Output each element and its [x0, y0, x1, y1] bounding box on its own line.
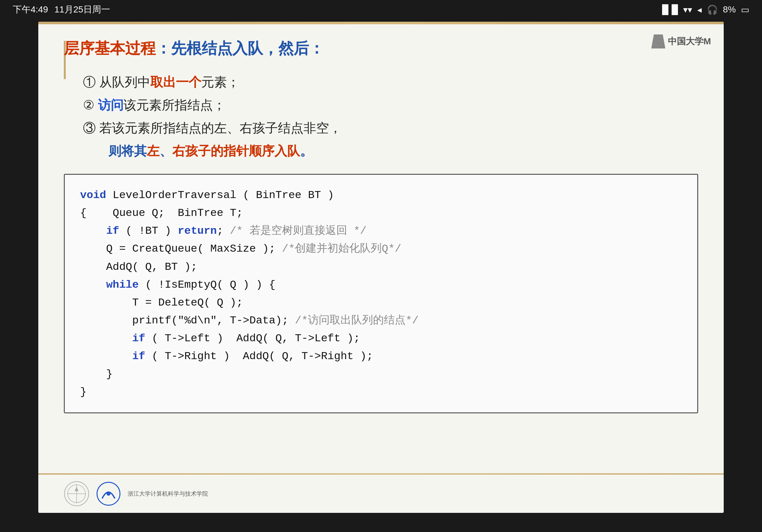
item2-rest: 该元素所指结点； — [123, 98, 226, 112]
indent-highlight-left: 左 — [147, 144, 160, 158]
code-line-11: } — [80, 365, 682, 383]
item1-number: ① 从队列中 — [83, 75, 150, 89]
list-item-3: ③ 若该元素所指结点的左、右孩子结点非空， — [83, 118, 698, 138]
date-display: 11月25日周一 — [54, 4, 110, 16]
location-icon: ◂ — [697, 4, 702, 15]
battery-display: 8% — [723, 4, 736, 15]
bottom-institution-text: 浙江大学计算机科学与技术学院 — [128, 490, 208, 498]
indent-text-mid: 、 — [160, 144, 172, 158]
item2-highlight: 访问 — [98, 98, 123, 112]
indent-text-before: 则将其 — [109, 144, 147, 158]
headphone-icon: 🎧 — [707, 4, 718, 15]
list-item-1: ① 从队列中取出一个元素； — [83, 72, 698, 92]
list-items: ① 从队列中取出一个元素； ② 访问该元素所指结点； ③ 若该元素所指结点的左、… — [83, 72, 698, 161]
slide-content: 层序基本过程：先根结点入队，然后： ① 从队列中取出一个元素； ② 访问该元素所… — [64, 37, 698, 468]
item3-text: ③ 若该元素所指结点的左、右孩子结点非空， — [83, 121, 342, 135]
bottom-logos: 浙江大学计算机科学与技术学院 — [64, 481, 208, 506]
indent-highlight-right: 右孩子的指针顺序入队 — [172, 144, 300, 158]
code-line-8: printf("%d\n", T->Data); /*访问取出队列的结点*/ — [80, 312, 682, 329]
slide-title: 层序基本过程：先根结点入队，然后： — [64, 37, 698, 59]
title-highlight: 层序基本过程 — [64, 40, 156, 57]
mooc-logo-icon — [96, 481, 121, 506]
item1-highlight: 取出一个 — [150, 75, 201, 89]
list-item-3-indent: 则将其左、右孩子的指针顺序入队。 — [109, 141, 698, 161]
code-line-10: if ( T->Right ) AddQ( Q, T->Right ); — [80, 347, 682, 365]
item1-rest: 元素； — [201, 75, 240, 89]
code-line-9: if ( T->Left ) AddQ( Q, T->Left ); — [80, 329, 682, 347]
status-right: ▐▌█ ▾▾ ◂ 🎧 8% ▭ — [659, 4, 749, 15]
top-decorative-line — [38, 22, 724, 24]
list-item-2: ② 访问该元素所指结点； — [83, 95, 698, 115]
code-line-3: if ( !BT ) return; /* 若是空树则直接返回 */ — [80, 222, 682, 240]
code-line-7: T = DeleteQ( Q ); — [80, 294, 682, 312]
svg-point-7 — [107, 492, 111, 496]
signal-icon: ▐▌█ — [659, 4, 678, 15]
code-line-4: Q = CreatQueue( MaxSize ); /*创建并初始化队列Q*/ — [80, 240, 682, 258]
code-line-1: void LevelOrderTraversal ( BinTree BT ) — [80, 186, 682, 204]
zju-logo-icon — [64, 481, 89, 506]
wifi-icon: ▾▾ — [683, 4, 692, 15]
code-line-2: { Queue Q; BinTree T; — [80, 204, 682, 222]
indent-text-end: 。 — [300, 144, 313, 158]
code-block: void LevelOrderTraversal ( BinTree BT ) … — [64, 174, 698, 413]
item2-number: ② — [83, 98, 98, 112]
code-line-6: while ( !IsEmptyQ( Q ) ) { — [80, 276, 682, 294]
svg-marker-5 — [75, 487, 79, 491]
slide-container: 中国大学M 层序基本过程：先根结点入队，然后： ① 从队列中取出一个元素； ② … — [38, 22, 724, 513]
battery-icon: ▭ — [741, 4, 749, 15]
status-bar: 下午4:49 11月25日周一 ▐▌█ ▾▾ ◂ 🎧 8% ▭ — [0, 0, 762, 19]
code-line-5: AddQ( Q, BT ); — [80, 258, 682, 276]
title-colon: ：先根结点入队，然后： — [156, 40, 324, 57]
code-line-12: } — [80, 383, 682, 401]
status-left: 下午4:49 11月25日周一 — [13, 4, 110, 16]
bottom-decorative-line — [38, 473, 724, 475]
time-display: 下午4:49 — [13, 4, 48, 16]
